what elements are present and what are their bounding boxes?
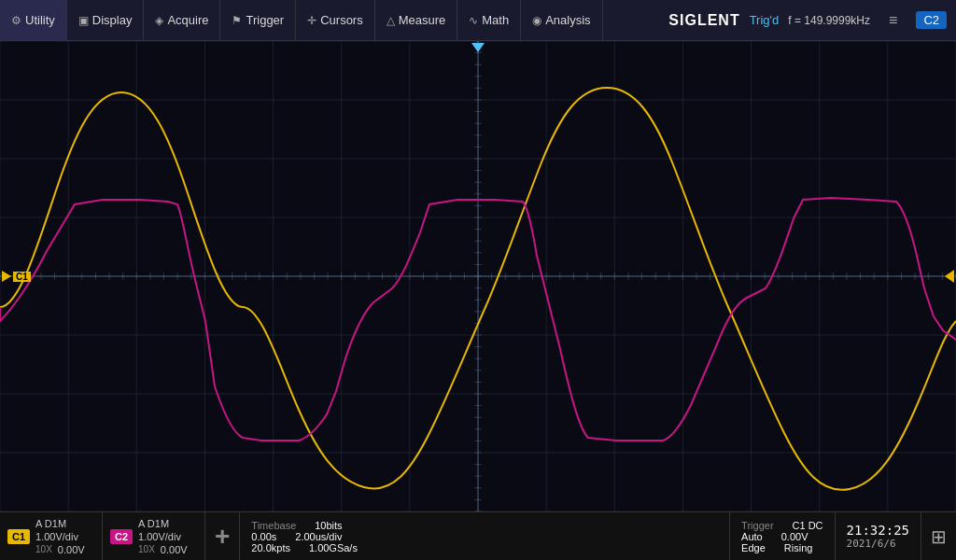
ch1-details: A D1M 1.00V/div 10X 0.00V — [35, 518, 85, 555]
ch1-probe: 10X — [35, 544, 52, 554]
ch1-badge: C1 — [7, 529, 30, 544]
trigger-source: C1 DC — [793, 520, 823, 531]
menu-utility[interactable]: ⚙ Utility — [0, 0, 67, 40]
display-label: Display — [92, 13, 133, 27]
ch1-coupling-row: A D1M — [35, 518, 85, 529]
measure-icon: △ — [387, 14, 395, 27]
timebase-row2: 0.00s 2.00us/div — [251, 531, 718, 542]
trigger-row2: Auto 0.00V — [741, 531, 822, 542]
menu-bar: ⚙ Utility ▣ Display ◈ Acquire ⚑ Trigger … — [0, 0, 956, 41]
timebase-sample-rate: 1.00GSa/s — [309, 542, 358, 553]
ch1-offset-row: 10X 0.00V — [35, 544, 85, 555]
ch1-marker-label: C1 — [13, 272, 31, 282]
menu-items: ⚙ Utility ▣ Display ◈ Acquire ⚑ Trigger … — [0, 0, 603, 40]
math-label: Math — [482, 13, 509, 27]
timebase-bits: 10bits — [315, 520, 342, 531]
brand-name: SIGLENT — [668, 12, 739, 29]
trigger-mode-label: Edge — [741, 542, 766, 553]
ch2-badge: C2 — [110, 529, 133, 544]
ch2-coupling: A D1M — [138, 518, 169, 529]
math-icon: ∿ — [469, 14, 478, 27]
menu-acquire[interactable]: ◈ Acquire — [144, 0, 220, 40]
acquire-label: Acquire — [167, 13, 208, 27]
timebase-delay: 0.00s — [251, 531, 276, 542]
trigger-icon: ⚑ — [232, 14, 242, 27]
ch1-panel: C1 A D1M 1.00V/div 10X 0.00V — [0, 512, 103, 560]
menu-analysis[interactable]: ◉ Analysis — [521, 0, 602, 40]
ch1-arrow — [2, 271, 11, 282]
ch1-scale-row: 1.00V/div — [35, 531, 85, 542]
menu-trigger[interactable]: ⚑ Trigger — [220, 0, 296, 40]
ch2-scale-row: 1.00V/div — [138, 531, 188, 542]
active-channel-badge: C2 — [916, 11, 947, 29]
acquire-icon: ◈ — [155, 14, 163, 27]
math-symbol: + — [215, 522, 230, 552]
ch2-details: A D1M 1.00V/div 10X 0.00V — [138, 518, 188, 555]
ch2-panel: C2 A D1M 1.00V/div 10X 0.00V — [103, 512, 205, 560]
timebase-kpts: 20.0kpts — [251, 542, 290, 553]
ch1-volts-div: 1.00V/div — [35, 531, 78, 542]
bottom-status-bar: C1 A D1M 1.00V/div 10X 0.00V C2 A D1M 1.… — [0, 511, 956, 560]
timebase-time-div: 2.00us/div — [295, 531, 342, 542]
measure-label: Measure — [399, 13, 446, 27]
menu-display[interactable]: ▣ Display — [67, 0, 145, 40]
waveform-display — [0, 41, 956, 511]
trigger-right-marker — [945, 270, 954, 283]
ch2-coupling-row: A D1M — [138, 518, 188, 529]
ch2-offset: 0.00V — [161, 544, 188, 555]
ch2-volts-div: 1.00V/div — [138, 531, 181, 542]
freq-value: 149.9999kHz — [804, 14, 870, 27]
timebase-row1: Timebase 10bits — [251, 520, 718, 531]
time-display: 21:32:25 — [847, 523, 909, 538]
math-area: + — [205, 512, 240, 560]
oscilloscope-screen: C1 — [0, 41, 956, 511]
timebase-section: Timebase 10bits 0.00s 2.00us/div 20.0kpt… — [240, 512, 730, 560]
time-section: 21:32:25 2021/6/6 — [836, 512, 921, 560]
cursors-icon: ✛ — [307, 14, 316, 27]
trigger-mode-value: Rising — [784, 542, 813, 553]
ch1-coupling: A D1M — [35, 518, 66, 529]
trigger-level-value: 0.00V — [781, 531, 808, 542]
trigger-level-label: Auto — [741, 531, 763, 542]
ch2-offset-row: 10X 0.00V — [138, 544, 188, 555]
brand-info: SIGLENT Trig'd f = 149.9999kHz ≡ C2 — [668, 11, 956, 29]
date-display: 2021/6/6 — [847, 538, 909, 550]
analysis-label: Analysis — [545, 13, 590, 27]
trigger-row3: Edge Rising — [741, 542, 822, 553]
timebase-label: Timebase — [251, 520, 296, 531]
timebase-row3: 20.0kpts 1.00GSa/s — [251, 542, 718, 553]
utility-icon: ⚙ — [11, 14, 21, 27]
ch2-probe: 10X — [138, 544, 155, 554]
ch1-waveform — [0, 88, 956, 490]
menu-math[interactable]: ∿ Math — [457, 0, 521, 40]
display-icon: ▣ — [78, 14, 89, 27]
analysis-icon: ◉ — [532, 14, 541, 27]
settings-button[interactable]: ⊞ — [921, 512, 956, 560]
trigger-top-marker — [471, 43, 485, 52]
freq-label: f = — [788, 14, 801, 27]
freq-display: f = 149.9999kHz — [788, 14, 870, 27]
trigger-label: Trigger — [246, 13, 284, 27]
ch2-waveform — [0, 198, 956, 441]
cursors-label: Cursors — [320, 13, 363, 27]
menu-measure[interactable]: △ Measure — [375, 0, 458, 40]
settings-icon: ≡ — [879, 12, 907, 29]
ch1-level-marker: C1 — [2, 271, 31, 282]
utility-label: Utility — [25, 13, 55, 27]
trig-status: Trig'd — [750, 13, 780, 27]
ch1-offset: 0.00V — [58, 544, 85, 555]
trigger-section: Trigger C1 DC Auto 0.00V Edge Rising — [730, 512, 835, 560]
trigger-row1: Trigger C1 DC — [741, 520, 822, 531]
menu-cursors[interactable]: ✛ Cursors — [296, 0, 375, 40]
trigger-label: Trigger — [741, 520, 773, 531]
